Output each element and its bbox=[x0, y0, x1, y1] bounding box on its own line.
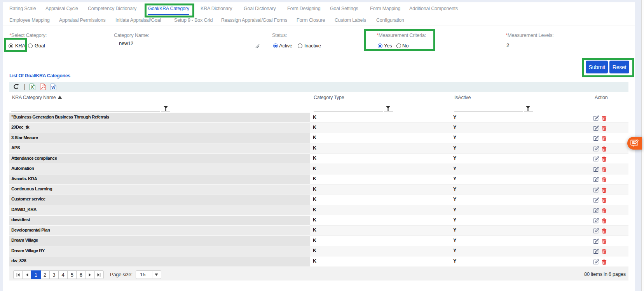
svg-text:X: X bbox=[31, 85, 34, 89]
svg-text:W: W bbox=[51, 85, 56, 90]
